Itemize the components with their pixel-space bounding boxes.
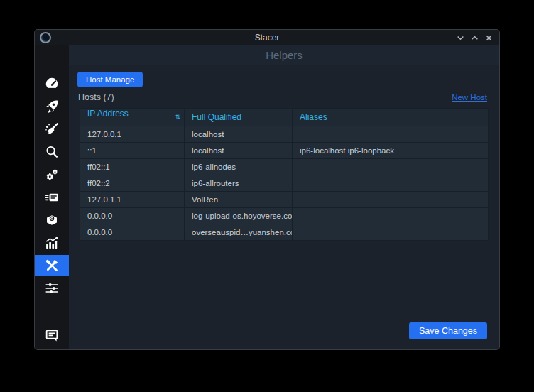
- sidebar-item-resources[interactable]: [35, 232, 69, 254]
- broom-icon: [44, 121, 60, 137]
- cell-aliases[interactable]: [293, 159, 489, 175]
- cell-aliases[interactable]: [293, 175, 489, 192]
- cell-ip-address[interactable]: 0.0.0.0: [80, 208, 185, 224]
- table-row[interactable]: 127.0.0.1 localhost: [80, 126, 489, 143]
- stacer-window: Stacer: [35, 30, 499, 349]
- rocket-icon: [44, 99, 60, 114]
- sidebar-item-feedback[interactable]: [35, 325, 69, 346]
- table-row[interactable]: 0.0.0.0 overseauspid…yuanshen.com: [80, 224, 489, 241]
- titlebar[interactable]: Stacer: [35, 30, 499, 45]
- sidebar-item-helpers[interactable]: [35, 255, 69, 276]
- table-row[interactable]: ::1 localhost ip6-localhost ip6-loopback: [80, 143, 489, 159]
- minimize-icon[interactable]: [457, 34, 464, 42]
- hosts-count-label: Hosts (7): [78, 92, 114, 102]
- gears-icon: [44, 167, 60, 183]
- cell-aliases[interactable]: [293, 192, 489, 208]
- cell-ip-address[interactable]: ff02::1: [80, 159, 185, 175]
- sidebar-item-uninstaller[interactable]: [35, 209, 69, 231]
- cell-ip-address[interactable]: 0.0.0.0: [80, 224, 185, 241]
- package-box-icon: [44, 212, 60, 228]
- hosts-table: IP Address ⇅ Full Qualified Aliases 127.…: [80, 108, 489, 241]
- cell-aliases[interactable]: [293, 208, 489, 224]
- tools-wrench-icon: [44, 258, 60, 273]
- cell-aliases[interactable]: ip6-localhost ip6-loopback: [293, 143, 489, 159]
- cell-ip-address[interactable]: 127.0.0.1: [80, 126, 185, 143]
- table-row[interactable]: ff02::1 ip6-allnodes: [80, 159, 489, 175]
- cell-full-qualified[interactable]: log-upload-os.hoyoverse.com: [185, 208, 293, 224]
- cell-aliases[interactable]: [293, 126, 489, 143]
- sidebar-item-startup-apps[interactable]: [35, 96, 69, 117]
- close-icon[interactable]: [485, 34, 493, 42]
- dashboard-gauge-icon: [44, 76, 60, 92]
- cell-full-qualified[interactable]: VolRen: [185, 192, 293, 208]
- sort-icon[interactable]: ⇅: [175, 109, 180, 126]
- column-header-fqdn[interactable]: Full Qualified: [185, 109, 293, 126]
- bar-chart-icon: [44, 235, 60, 251]
- header-divider: [80, 65, 494, 65]
- table-row[interactable]: 0.0.0.0 log-upload-os.hoyoverse.com: [80, 208, 489, 224]
- sidebar: [35, 45, 69, 349]
- cell-full-qualified[interactable]: overseauspid…yuanshen.com: [185, 224, 293, 241]
- column-header-aliases[interactable]: Aliases: [293, 109, 489, 126]
- sidebar-item-search[interactable]: [35, 141, 69, 163]
- host-manage-button[interactable]: Host Manage: [77, 72, 143, 87]
- sidebar-item-processes[interactable]: [35, 187, 69, 208]
- main-area: Helpers Host Manage Hosts (7) New Host I…: [35, 45, 499, 349]
- table-row[interactable]: 127.0.1.1 VolRen: [80, 192, 489, 208]
- maximize-icon[interactable]: [471, 34, 479, 42]
- window-title: Stacer: [35, 33, 499, 43]
- table-row[interactable]: ff02::2 ip6-allrouters: [80, 175, 489, 192]
- feedback-bubble-icon: [44, 327, 60, 343]
- processes-icon: [44, 190, 60, 205]
- helpers-page: Helpers Host Manage Hosts (7) New Host I…: [69, 45, 499, 349]
- sidebar-item-dashboard[interactable]: [35, 73, 69, 94]
- stacer-logo-icon: [40, 32, 51, 43]
- save-changes-button[interactable]: Save Changes: [409, 322, 487, 339]
- sidebar-item-services[interactable]: [35, 164, 69, 185]
- page-title: Helpers: [69, 49, 499, 61]
- cell-full-qualified[interactable]: ip6-allrouters: [185, 175, 293, 192]
- sidebar-item-system-cleaner[interactable]: [35, 119, 69, 140]
- cell-ip-address[interactable]: 127.0.1.1: [80, 192, 185, 208]
- search-icon: [44, 144, 60, 160]
- sidebar-item-settings[interactable]: [35, 278, 69, 299]
- cell-full-qualified[interactable]: localhost: [185, 143, 293, 159]
- hosts-table-body: 127.0.0.1 localhost ::1 localhost ip6-lo…: [80, 126, 489, 241]
- cell-full-qualified[interactable]: ip6-allnodes: [185, 159, 293, 175]
- new-host-link[interactable]: New Host: [452, 93, 487, 102]
- table-header-row: IP Address ⇅ Full Qualified Aliases: [80, 109, 489, 126]
- window-controls: [457, 30, 493, 45]
- sliders-icon: [44, 281, 60, 296]
- cell-aliases[interactable]: [293, 224, 489, 241]
- column-header-ip[interactable]: IP Address ⇅: [80, 109, 185, 126]
- cell-ip-address[interactable]: ::1: [80, 143, 185, 159]
- cell-full-qualified[interactable]: localhost: [185, 126, 293, 143]
- column-header-ip-label: IP Address: [87, 109, 129, 119]
- cell-ip-address[interactable]: ff02::2: [80, 175, 185, 192]
